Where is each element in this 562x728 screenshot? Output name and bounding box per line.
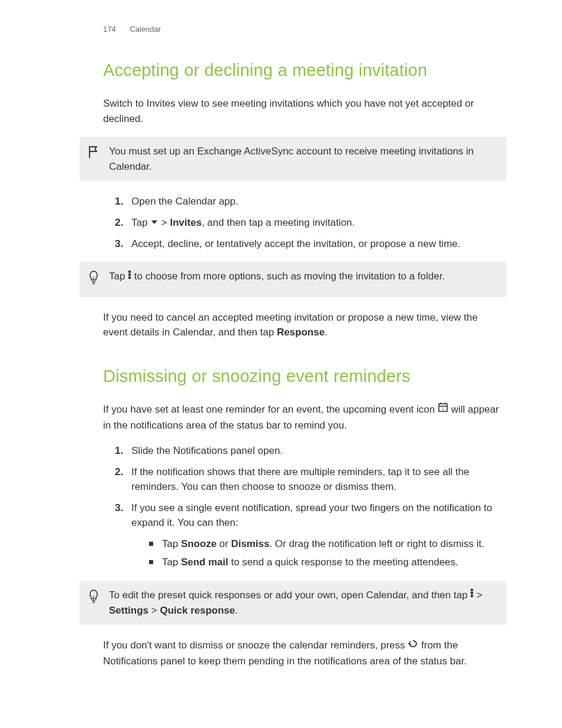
- step-item: If the notification shows that there are…: [115, 465, 500, 495]
- closing-paragraph-2: If you don't want to dismiss or snooze t…: [103, 638, 500, 668]
- svg-rect-5: [128, 276, 131, 279]
- step-item: Slide the Notifications panel open.: [115, 443, 500, 459]
- bullet-item: Tap Send mail to send a quick response t…: [149, 555, 500, 570]
- step-text: If you see a single event notification, …: [131, 502, 492, 529]
- header-section: Calendar: [130, 25, 161, 34]
- step-text: , and then tap a meeting invitation.: [201, 217, 355, 228]
- note-callout: You must set up an Exchange ActiveSync a…: [80, 137, 506, 181]
- lightbulb-icon: [88, 588, 109, 609]
- step-text: Accept, decline, or tentatively accept t…: [131, 238, 460, 249]
- page-number: 174: [103, 25, 116, 34]
- svg-rect-3: [128, 271, 131, 273]
- step-text: If the notification shows that there are…: [131, 466, 470, 493]
- step-text: Open the Calendar app.: [131, 196, 238, 207]
- step-item: Accept, decline, or tentatively accept t…: [115, 236, 500, 252]
- tip-text-2: To edit the preset quick responses or ad…: [109, 588, 500, 618]
- overflow-menu-icon: [470, 587, 474, 602]
- flag-icon: [88, 144, 109, 164]
- calendar-event-icon: 1: [438, 402, 448, 417]
- bold-response: Response: [277, 327, 325, 338]
- svg-rect-16: [471, 595, 473, 597]
- tip-text: Tap to choose from more options, such as…: [109, 269, 500, 284]
- svg-text:1: 1: [442, 407, 444, 411]
- step-text: Slide the Notifications panel open.: [131, 445, 283, 456]
- step-item: Open the Calendar app.: [115, 194, 500, 209]
- page-header: 174 Calendar: [103, 24, 500, 35]
- section-title-accepting: Accepting or declining a meeting invitat…: [103, 58, 500, 84]
- lightbulb-icon: [88, 269, 109, 290]
- step-bold: Invites: [170, 217, 202, 228]
- steps-list-2: Slide the Notifications panel open. If t…: [115, 443, 500, 570]
- step-item: Tap > Invites, and then tap a meeting in…: [115, 215, 500, 230]
- steps-list-1: Open the Calendar app. Tap > Invites, an…: [115, 194, 500, 251]
- tip-callout-2: To edit the preset quick responses or ad…: [80, 581, 506, 625]
- svg-rect-4: [128, 274, 131, 276]
- closing-paragraph: If you need to cancel an accepted meetin…: [103, 310, 500, 340]
- svg-rect-14: [471, 589, 473, 591]
- back-return-icon: [408, 638, 418, 653]
- dropdown-triangle-icon: [150, 215, 158, 230]
- step-text: >: [158, 217, 170, 228]
- tip-callout: Tap to choose from more options, such as…: [80, 262, 506, 297]
- bullet-item: Tap Snooze or Dismiss. Or drag the notif…: [149, 536, 500, 552]
- sub-bullets: Tap Snooze or Dismiss. Or drag the notif…: [149, 536, 500, 570]
- step-item: If you see a single event notification, …: [115, 500, 500, 570]
- svg-rect-15: [471, 592, 473, 594]
- step-text: Tap: [131, 217, 150, 228]
- section-title-dismissing: Dismissing or snoozing event reminders: [103, 364, 500, 390]
- overflow-menu-icon: [128, 269, 131, 284]
- intro-paragraph: Switch to Invites view to see meeting in…: [103, 96, 500, 126]
- intro-paragraph-2: If you have set at least one reminder fo…: [103, 402, 500, 433]
- note-text: You must set up an Exchange ActiveSync a…: [109, 144, 500, 174]
